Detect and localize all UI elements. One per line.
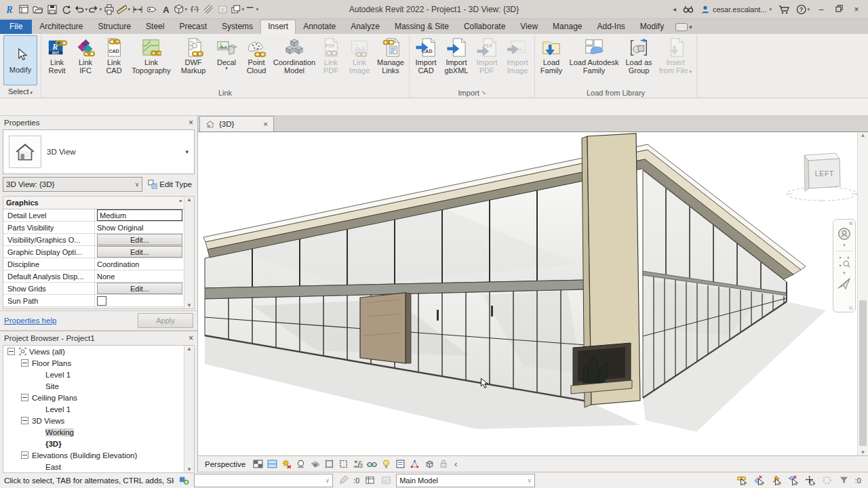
tree-item-level-1[interactable]: Level 1 bbox=[3, 369, 194, 380]
ribbon-display-toggle[interactable]: ▾ bbox=[675, 23, 692, 34]
view-cube[interactable]: LEFT bbox=[780, 151, 861, 205]
project-browser-close-icon[interactable]: × bbox=[189, 333, 193, 343]
open-icon[interactable] bbox=[31, 3, 45, 16]
tab-manage[interactable]: Manage bbox=[545, 20, 589, 34]
properties-close-icon[interactable]: × bbox=[189, 118, 193, 127]
aligned-dimension-icon[interactable] bbox=[131, 3, 144, 16]
tab-add-ins[interactable]: Add-Ins bbox=[589, 20, 632, 34]
user-account-menu[interactable]: cesar.escalant... ▾ bbox=[701, 5, 772, 14]
tree-item-3d[interactable]: {3D} bbox=[3, 438, 194, 449]
graphics-section-header[interactable]: Graphics bbox=[6, 199, 39, 207]
tab-analyze[interactable]: Analyze bbox=[343, 20, 387, 34]
worksets-dialog-icon[interactable] bbox=[363, 474, 376, 487]
scrollbar-thumb[interactable] bbox=[859, 300, 867, 446]
tab-precast[interactable]: Precast bbox=[172, 20, 214, 34]
type-selector[interactable]: 3D View ▾ bbox=[3, 129, 195, 174]
collapse-icon[interactable] bbox=[21, 394, 28, 401]
selection-filter-icon[interactable] bbox=[838, 474, 850, 487]
ribbon-button-dwf-markup[interactable]: DWFMarkup bbox=[174, 35, 212, 76]
select-dropdown[interactable]: Select bbox=[8, 85, 33, 96]
tab-view[interactable]: View bbox=[513, 20, 545, 34]
search-binoculars-icon[interactable] bbox=[682, 3, 695, 16]
collapse-icon[interactable] bbox=[7, 348, 15, 355]
select-pinned-toggle-icon[interactable] bbox=[770, 474, 783, 487]
select-by-face-toggle-icon[interactable] bbox=[787, 474, 800, 487]
properties-scrollbar[interactable]: ▲▼ bbox=[184, 197, 194, 308]
text-icon[interactable]: A bbox=[159, 3, 173, 16]
tab-architecture[interactable]: Architecture bbox=[32, 20, 90, 34]
displacement-sets-icon[interactable] bbox=[423, 458, 435, 470]
show-crop-region-icon[interactable] bbox=[338, 458, 349, 470]
import-dialog-launcher-icon[interactable]: ⇘ bbox=[481, 89, 486, 96]
ribbon-button-decal[interactable]: Decal bbox=[212, 35, 241, 72]
view-scale-control[interactable]: Perspective bbox=[205, 460, 245, 468]
restore-button[interactable] bbox=[833, 5, 845, 14]
undo-icon[interactable] bbox=[74, 3, 87, 16]
ribbon-button-link-revit[interactable]: RRVTLinkRevit bbox=[43, 35, 71, 76]
revit-logo-icon[interactable]: R bbox=[3, 3, 16, 16]
type-selector-caret-icon[interactable]: ▾ bbox=[185, 148, 189, 155]
design-option-combo[interactable]: ∨ bbox=[194, 474, 333, 487]
collapse-icon[interactable] bbox=[21, 417, 28, 424]
close-button[interactable]: × bbox=[850, 5, 863, 14]
tree-item-east[interactable]: East bbox=[3, 461, 194, 472]
minimize-button[interactable]: – bbox=[815, 5, 827, 14]
default-analysis-value[interactable]: None bbox=[97, 272, 115, 281]
temporary-hide-isolate-icon[interactable] bbox=[366, 458, 378, 470]
tree-item-floor-plans[interactable]: Floor Plans bbox=[3, 357, 194, 369]
edit-type-button[interactable]: Edit Type bbox=[145, 179, 195, 190]
tree-item-level-1-ceiling[interactable]: Level 1 bbox=[3, 403, 194, 415]
canvas-vertical-scrollbar[interactable]: ▲ ▼ bbox=[857, 132, 868, 455]
measure-icon[interactable] bbox=[117, 3, 130, 16]
save-icon[interactable] bbox=[45, 3, 59, 16]
ribbon-button-import-gbxml[interactable]: ImportgbXML bbox=[441, 35, 472, 76]
tree-item-views-all[interactable]: Views (all) bbox=[3, 346, 194, 357]
tree-item-ceiling-plans[interactable]: Ceiling Plans bbox=[3, 392, 194, 403]
design-options-dialog-icon[interactable] bbox=[380, 474, 392, 487]
ribbon-button-load-autodesk-family[interactable]: Load AutodeskFamily bbox=[566, 35, 622, 76]
detail-level-field[interactable]: Medium bbox=[97, 209, 182, 221]
temporary-view-properties-icon[interactable] bbox=[395, 458, 406, 470]
scroll-down-icon[interactable]: ▼ bbox=[861, 449, 866, 455]
tab-steel[interactable]: Steel bbox=[138, 20, 172, 34]
select-underlay-toggle-icon[interactable] bbox=[753, 474, 766, 487]
shadows-icon[interactable] bbox=[295, 458, 307, 470]
visual-style-icon[interactable] bbox=[252, 458, 264, 470]
tree-item-working[interactable]: Working bbox=[3, 426, 194, 438]
tab-systems[interactable]: Systems bbox=[214, 20, 260, 34]
sun-path-checkbox[interactable] bbox=[97, 296, 106, 306]
help-icon[interactable]: ? bbox=[796, 3, 810, 16]
close-inactive-windows-icon[interactable] bbox=[216, 3, 230, 16]
reveal-constraints-icon[interactable] bbox=[437, 458, 449, 470]
switch-windows-icon[interactable] bbox=[231, 3, 244, 16]
default-3d-view-icon[interactable] bbox=[174, 3, 187, 16]
main-model-combo[interactable]: Main Model∨ bbox=[396, 474, 535, 487]
ribbon-button-manage-links[interactable]: ManageLinks bbox=[374, 35, 408, 76]
navbar-close-icon[interactable]: ⊗ bbox=[848, 220, 853, 226]
ribbon-button-link-cad[interactable]: CADLinkCAD bbox=[100, 35, 128, 76]
shopping-cart-icon[interactable] bbox=[777, 3, 791, 16]
sun-path-off-icon[interactable] bbox=[281, 458, 292, 470]
view-tab-close-icon[interactable]: × bbox=[263, 120, 268, 128]
tab-structure[interactable]: Structure bbox=[90, 20, 138, 34]
browser-scrollbar[interactable]: ▲▼ bbox=[184, 346, 194, 472]
ribbon-button-link-ifc[interactable]: LinkIFC bbox=[71, 35, 100, 76]
collapse-icon[interactable] bbox=[21, 359, 28, 367]
collapse-search-icon[interactable]: ◂ bbox=[673, 5, 676, 13]
print-icon[interactable] bbox=[102, 3, 116, 16]
collapse-icon[interactable] bbox=[21, 451, 28, 459]
pan-zoom-icon[interactable] bbox=[837, 254, 852, 270]
customize-qat-icon[interactable] bbox=[245, 3, 258, 16]
tag-icon[interactable] bbox=[145, 3, 159, 16]
properties-help-link[interactable]: Properties help bbox=[4, 317, 56, 325]
steering-wheel-icon[interactable] bbox=[837, 226, 852, 243]
tree-item-3d-views[interactable]: 3D Views bbox=[3, 415, 194, 426]
section-icon[interactable] bbox=[188, 3, 201, 16]
graphic-display-edit-button[interactable]: Edit... bbox=[97, 246, 182, 258]
modify-button[interactable]: Modify bbox=[3, 35, 37, 85]
select-links-toggle-icon[interactable] bbox=[736, 474, 749, 487]
view-tab-3d[interactable]: {3D} × bbox=[199, 116, 274, 131]
thin-lines-icon[interactable] bbox=[202, 3, 216, 16]
parts-visibility-value[interactable]: Show Original bbox=[97, 224, 143, 232]
ribbon-button-coordination-model[interactable]: CoordinationModel bbox=[272, 35, 317, 76]
